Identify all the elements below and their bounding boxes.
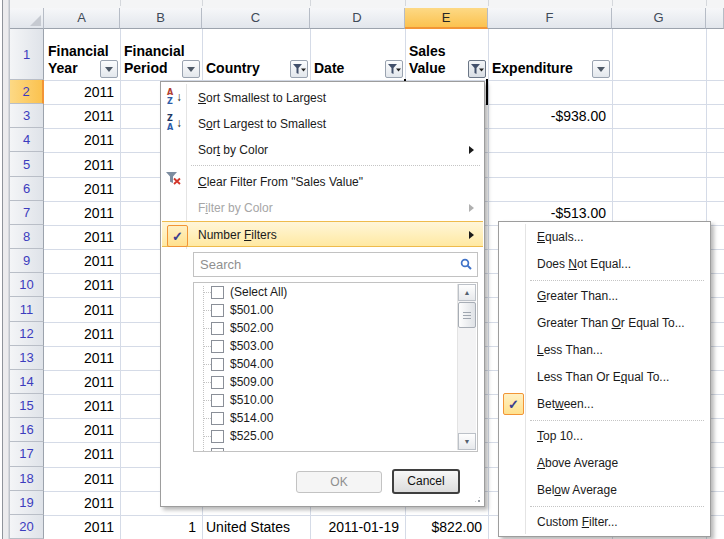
- menu-item-sort-by-color[interactable]: Sort by Color: [162, 137, 483, 163]
- scroll-down-icon[interactable]: ▼: [458, 433, 476, 450]
- submenu-item-equals[interactable]: Equals...: [500, 224, 709, 251]
- row-header-11[interactable]: 11: [10, 297, 44, 321]
- submenu-item-does-not-equal[interactable]: Does Not Equal...: [500, 251, 709, 278]
- row-header-6[interactable]: 6: [10, 177, 44, 201]
- filter-applied-button-C[interactable]: [290, 60, 308, 78]
- cell-C20[interactable]: United States: [202, 515, 310, 539]
- row-header-17[interactable]: 17: [10, 442, 44, 466]
- row-header-18[interactable]: 18: [10, 467, 44, 491]
- value-item-514-00[interactable]: $514.00: [194, 409, 477, 427]
- column-header-D[interactable]: D: [310, 8, 405, 29]
- row-header-4[interactable]: 4: [10, 128, 44, 152]
- column-header-A[interactable]: A: [44, 8, 120, 29]
- cell-F3[interactable]: -$938.00: [488, 104, 612, 128]
- cell-A12[interactable]: 2011: [44, 322, 120, 346]
- column-header-B[interactable]: B: [120, 8, 202, 29]
- cell-A2[interactable]: 2011: [44, 80, 120, 104]
- column-header-partial[interactable]: [706, 8, 724, 29]
- value-item-502-00[interactable]: $502.00: [194, 319, 477, 337]
- checkbox-icon[interactable]: [211, 394, 224, 407]
- column-header-C[interactable]: C: [202, 8, 310, 29]
- submenu-item-below-average[interactable]: Below Average: [500, 477, 709, 504]
- cell-B20[interactable]: 1: [120, 515, 202, 539]
- cell-A9[interactable]: 2011: [44, 249, 120, 273]
- cell-A10[interactable]: 2011: [44, 273, 120, 297]
- cell-A11[interactable]: 2011: [44, 297, 120, 321]
- row-header-3[interactable]: 3: [10, 104, 44, 128]
- menu-item-sort-smallest-to-largest[interactable]: AZ↓Sort Smallest to Largest: [162, 85, 483, 111]
- cell-A6[interactable]: 2011: [44, 177, 120, 201]
- submenu-item-custom-filter[interactable]: Custom Filter...: [500, 509, 709, 536]
- cell-A16[interactable]: 2011: [44, 418, 120, 442]
- column-header-G[interactable]: G: [612, 8, 706, 29]
- cell-A19[interactable]: 2011: [44, 491, 120, 515]
- cancel-button[interactable]: Cancel: [392, 469, 460, 494]
- row-header-7[interactable]: 7: [10, 201, 44, 225]
- row-header-20[interactable]: 20: [10, 515, 44, 539]
- filter-dropdown-button-B[interactable]: [182, 60, 200, 78]
- filter-dropdown-button-A[interactable]: [100, 60, 118, 78]
- row-header-12[interactable]: 12: [10, 322, 44, 346]
- cell-A15[interactable]: 2011: [44, 394, 120, 418]
- value-item-510-00[interactable]: $510.00: [194, 391, 477, 409]
- row-header-13[interactable]: 13: [10, 346, 44, 370]
- row-header-16[interactable]: 16: [10, 418, 44, 442]
- row-header-15[interactable]: 15: [10, 394, 44, 418]
- filter-applied-button-D[interactable]: [385, 60, 403, 78]
- row-header-14[interactable]: 14: [10, 370, 44, 394]
- filter-applied-button-E[interactable]: [468, 60, 486, 78]
- value-item-509-00[interactable]: $509.00: [194, 373, 477, 391]
- checkbox-icon[interactable]: [211, 412, 224, 425]
- checkbox-icon[interactable]: [211, 358, 224, 371]
- cell-A3[interactable]: 2011: [44, 104, 120, 128]
- row-header-9[interactable]: 9: [10, 249, 44, 273]
- submenu-item-above-average[interactable]: Above Average: [500, 450, 709, 477]
- checkbox-icon[interactable]: [211, 340, 224, 353]
- cell-D20[interactable]: 2011-01-19: [310, 515, 405, 539]
- search-input[interactable]: [193, 252, 478, 277]
- value-item-select-all[interactable]: (Select All): [194, 283, 477, 301]
- row-header-1[interactable]: 1: [10, 29, 44, 80]
- resize-grip[interactable]: [473, 495, 482, 504]
- cell-A7[interactable]: 2011: [44, 201, 120, 225]
- row-header-2[interactable]: 2: [10, 80, 44, 104]
- checkbox-icon[interactable]: [211, 430, 224, 443]
- submenu-item-less-than[interactable]: Less Than...: [500, 337, 709, 364]
- cell-A4[interactable]: 2011: [44, 128, 120, 152]
- submenu-item-between[interactable]: ✓Between...: [500, 391, 709, 418]
- menu-item-number-filters[interactable]: ✓Number Filters: [162, 221, 483, 247]
- submenu-item-greater-than[interactable]: Greater Than...: [500, 283, 709, 310]
- row-header-19[interactable]: 19: [10, 491, 44, 515]
- cell-A17[interactable]: 2011: [44, 442, 120, 466]
- cell-A8[interactable]: 2011: [44, 225, 120, 249]
- scroll-up-icon[interactable]: ▲: [458, 284, 476, 301]
- menu-item-clear-filter-from-sales-value[interactable]: Clear Filter From "Sales Value": [162, 169, 483, 195]
- cell-E20[interactable]: $822.00: [405, 515, 488, 539]
- checkbox-icon[interactable]: [211, 448, 224, 453]
- checkbox-icon[interactable]: [211, 304, 224, 317]
- value-item-503-00[interactable]: $503.00: [194, 337, 477, 355]
- submenu-item-top-10[interactable]: Top 10...: [500, 423, 709, 450]
- select-all-corner[interactable]: [10, 8, 44, 29]
- column-header-E[interactable]: E: [405, 8, 488, 29]
- menu-item-sort-largest-to-smallest[interactable]: ZA↓Sort Largest to Smallest: [162, 111, 483, 137]
- scrollbar-thumb[interactable]: [458, 302, 476, 328]
- filter-dropdown-button-F[interactable]: [592, 60, 610, 78]
- checkbox-icon[interactable]: [211, 376, 224, 389]
- row-header-5[interactable]: 5: [10, 152, 44, 176]
- checkbox-icon[interactable]: [211, 286, 224, 299]
- value-item-525-00[interactable]: $525.00: [194, 427, 477, 445]
- submenu-item-less-than-or-equal-to[interactable]: Less Than Or Equal To...: [500, 364, 709, 391]
- cell-A14[interactable]: 2011: [44, 370, 120, 394]
- value-item-501-00[interactable]: $501.00: [194, 301, 477, 319]
- list-scrollbar[interactable]: ▲ ▼: [457, 284, 476, 450]
- cell-A20[interactable]: 2011: [44, 515, 120, 539]
- value-item-504-00[interactable]: $504.00: [194, 355, 477, 373]
- cell-A13[interactable]: 2011: [44, 346, 120, 370]
- row-header-8[interactable]: 8: [10, 225, 44, 249]
- submenu-item-greater-than-or-equal-to[interactable]: Greater Than Or Equal To...: [500, 310, 709, 337]
- row-header-10[interactable]: 10: [10, 273, 44, 297]
- column-header-F[interactable]: F: [488, 8, 612, 29]
- value-item-partial[interactable]: [194, 445, 477, 452]
- checkbox-icon[interactable]: [211, 322, 224, 335]
